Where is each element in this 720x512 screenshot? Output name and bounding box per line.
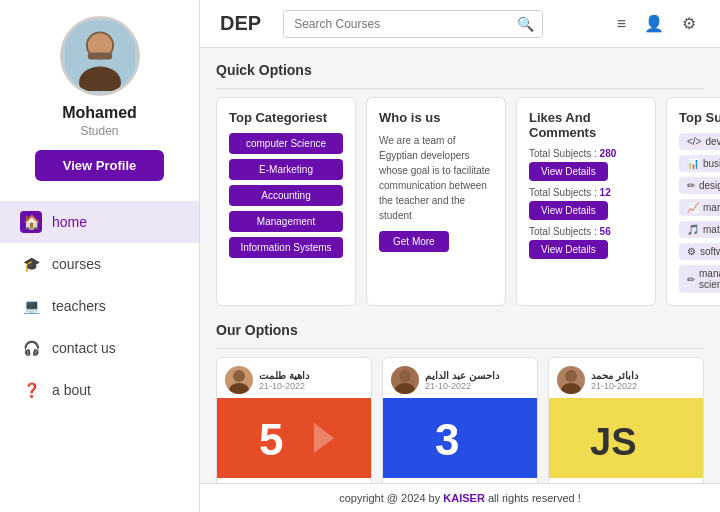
category-btn-cs[interactable]: computer Science xyxy=(229,133,343,154)
subject-tag-design: ✏ design xyxy=(679,177,720,194)
business-icon: 📊 xyxy=(687,158,699,169)
sidebar-item-about[interactable]: ❓ a bout xyxy=(0,369,199,411)
svg-point-12 xyxy=(565,370,577,382)
course-card-html: داهية طلمت 21-10-2022 5 complete HTML tu… xyxy=(216,357,372,483)
footer-suffix: all rights reserved ! xyxy=(485,492,581,504)
css-thumbnail: 3 xyxy=(383,398,537,478)
top-subjects-title: Top Subjects xyxy=(679,110,720,125)
likes-row-2: Total Subjects : 56 View Details xyxy=(529,226,643,259)
top-categories-title: Top Categoriest xyxy=(229,110,343,125)
likes-label-0: Total Subjects : 280 xyxy=(529,148,643,159)
view-details-btn-2[interactable]: View Details xyxy=(529,240,608,259)
svg-point-9 xyxy=(399,370,411,382)
category-btn-acc[interactable]: Accounting xyxy=(229,185,343,206)
course-card-css: داحسن عبد الدايم 21-10-2022 3 complete C… xyxy=(382,357,538,483)
category-btn-mgmt[interactable]: Management xyxy=(229,211,343,232)
subject-tag-mkt: 📈 marketing xyxy=(679,199,720,216)
likes-label-1: Total Subjects : 12 xyxy=(529,187,643,198)
svg-point-10 xyxy=(395,383,415,394)
who-is-us-text: We are a team of Egyptian developers who… xyxy=(379,133,493,223)
sidebar-item-label: home xyxy=(52,214,87,230)
mgmt-icon: ✏ xyxy=(687,274,695,285)
likes-label-2: Total Subjects : 56 xyxy=(529,226,643,237)
sidebar-item-label: a bout xyxy=(52,382,91,398)
sidebar-item-home[interactable]: 🏠 home xyxy=(0,201,199,243)
sidebar-item-label: contact us xyxy=(52,340,116,356)
svg-point-5 xyxy=(233,370,245,382)
footer-brand: KAISER xyxy=(443,492,485,504)
author-name-css: داحسن عبد الدايم xyxy=(425,370,499,381)
top-categories-card: Top Categoriest computer Science E-Marke… xyxy=(216,97,356,306)
user-role: Studen xyxy=(80,124,118,138)
category-btn-is[interactable]: Information Systems xyxy=(229,237,343,258)
author-date-css: 21-10-2022 xyxy=(425,381,499,391)
author-info-html: داهية طلمت 21-10-2022 xyxy=(259,370,309,391)
divider2 xyxy=(216,348,704,349)
view-details-btn-1[interactable]: View Details xyxy=(529,201,608,220)
search-bar: 🔍 xyxy=(283,10,543,38)
about-icon: ❓ xyxy=(20,379,42,401)
footer: copyright @ 2024 by KAISER all rights re… xyxy=(200,483,720,512)
author-date-js: 21-10-2022 xyxy=(591,381,638,391)
menu-icon-button[interactable]: ≡ xyxy=(613,11,630,37)
courses-icon: 🎓 xyxy=(20,253,42,275)
svg-text:JS: JS xyxy=(590,421,636,463)
js-thumbnail: JS xyxy=(549,398,703,478)
teachers-icon: 💻 xyxy=(20,295,42,317)
user-icon-button[interactable]: 👤 xyxy=(640,10,668,37)
design-icon: ✏ xyxy=(687,180,695,191)
author-info-css: داحسن عبد الدايم 21-10-2022 xyxy=(425,370,499,391)
settings-icon-button[interactable]: ⚙ xyxy=(678,10,700,37)
svg-marker-8 xyxy=(314,423,334,453)
view-details-btn-0[interactable]: View Details xyxy=(529,162,608,181)
sidebar: Mohamed Studen View Profile 🏠 home 🎓 cou… xyxy=(0,0,200,512)
subject-tag-math: 🎵 mathematics xyxy=(679,221,720,238)
subject-tag-sw: ⚙ software xyxy=(679,243,720,260)
course-author-js: دابائر محمد 21-10-2022 xyxy=(549,358,703,398)
get-more-button[interactable]: Get More xyxy=(379,231,449,252)
sidebar-item-label: teachers xyxy=(52,298,106,314)
user-name: Mohamed xyxy=(62,104,137,122)
svg-point-13 xyxy=(561,383,581,394)
home-icon: 🏠 xyxy=(20,211,42,233)
code-icon: </> xyxy=(687,136,701,147)
our-options-title: Our Options xyxy=(216,322,704,338)
avatar xyxy=(60,16,140,96)
likes-title: Likes And Comments xyxy=(529,110,643,140)
view-profile-button[interactable]: View Profile xyxy=(35,150,164,181)
likes-row-1: Total Subjects : 12 View Details xyxy=(529,187,643,220)
subject-tags: </> development 📊 business ✏ design 📈 ma… xyxy=(679,133,720,293)
sidebar-item-teachers[interactable]: 💻 teachers xyxy=(0,285,199,327)
nav-menu: 🏠 home 🎓 courses 💻 teachers 🎧 contact us… xyxy=(0,201,199,411)
likes-row-0: Total Subjects : 280 View Details xyxy=(529,148,643,181)
author-name-js: دابائر محمد xyxy=(591,370,638,381)
subject-tag-biz: 📊 business xyxy=(679,155,720,172)
html-thumbnail: 5 xyxy=(217,398,371,478)
footer-text: copyright @ 2024 by xyxy=(339,492,443,504)
app-title: DEP xyxy=(220,12,261,35)
contact-icon: 🎧 xyxy=(20,337,42,359)
sidebar-item-contact[interactable]: 🎧 contact us xyxy=(0,327,199,369)
svg-text:3: 3 xyxy=(435,415,459,463)
author-info-js: دابائر محمد 21-10-2022 xyxy=(591,370,638,391)
course-author-css: داحسن عبد الدايم 21-10-2022 xyxy=(383,358,537,398)
svg-text:5: 5 xyxy=(259,415,283,463)
search-button[interactable]: 🔍 xyxy=(509,11,542,37)
header-icons: ≡ 👤 ⚙ xyxy=(613,10,700,37)
software-icon: ⚙ xyxy=(687,246,696,257)
category-btn-em[interactable]: E-Marketing xyxy=(229,159,343,180)
who-is-us-card: Who is us We are a team of Egyptian deve… xyxy=(366,97,506,306)
who-is-us-title: Who is us xyxy=(379,110,493,125)
svg-rect-4 xyxy=(87,53,112,60)
header: DEP 🔍 ≡ 👤 ⚙ xyxy=(200,0,720,48)
author-avatar-css xyxy=(391,366,419,394)
divider xyxy=(216,88,704,89)
content-area: Quick Options Top Categoriest computer S… xyxy=(200,48,720,483)
author-avatar-js xyxy=(557,366,585,394)
main-content: DEP 🔍 ≡ 👤 ⚙ Quick Options Top Categories… xyxy=(200,0,720,512)
search-input[interactable] xyxy=(284,12,509,36)
sidebar-item-courses[interactable]: 🎓 courses xyxy=(0,243,199,285)
top-subjects-card: Top Subjects </> development 📊 business … xyxy=(666,97,720,306)
course-author-html: داهية طلمت 21-10-2022 xyxy=(217,358,371,398)
author-name-html: داهية طلمت xyxy=(259,370,309,381)
